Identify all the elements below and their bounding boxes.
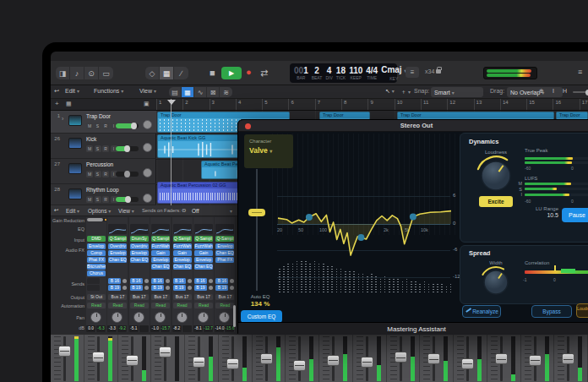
audio-fx-slot-button[interactable]: Phat FX bbox=[87, 257, 106, 263]
audio-fx-slot-button[interactable]: Gain bbox=[173, 250, 192, 256]
input-slot-button[interactable]: DMD bbox=[87, 236, 106, 242]
text-tool-icon[interactable]: Ι bbox=[553, 88, 554, 94]
lcd-display[interactable]: 001 BAR 2BEAT 4DIV 18TICK 110KEEP 4/4TIM… bbox=[290, 63, 397, 83]
fader-handle[interactable] bbox=[361, 357, 373, 368]
audio-fx-slot-button[interactable]: Chan EQ bbox=[194, 264, 213, 270]
audio-fx-slot-button[interactable]: Phat FX bbox=[215, 257, 234, 263]
audio-fx-slot-button[interactable]: Chan EQ bbox=[108, 257, 127, 263]
pan-knob[interactable] bbox=[198, 312, 209, 323]
fader-handle[interactable] bbox=[293, 360, 306, 371]
send-bus-button[interactable]: B 16 bbox=[151, 278, 164, 284]
send-knob[interactable] bbox=[209, 279, 213, 283]
eq-thumbnail[interactable] bbox=[151, 224, 170, 234]
crosshair-icon[interactable]: ⊕ bbox=[539, 88, 544, 95]
send-bus-button[interactable]: B 19 bbox=[108, 285, 121, 291]
audio-fx-slot-button[interactable]: Gain bbox=[151, 250, 170, 256]
mixer-menu-edit[interactable]: Edit ▾ bbox=[66, 208, 79, 214]
automation-mode-button[interactable]: Read bbox=[108, 303, 127, 308]
stop-button[interactable]: ■ bbox=[210, 68, 215, 78]
solo-button[interactable]: S bbox=[95, 145, 101, 152]
auto-eq-slider-handle[interactable] bbox=[248, 209, 265, 216]
audio-fx-slot-button[interactable]: Envelop bbox=[215, 243, 234, 249]
excite-button[interactable]: Excite bbox=[479, 196, 513, 207]
cycle-button[interactable]: ⇄ bbox=[260, 68, 268, 79]
catch-playhead-icon[interactable]: ↩ bbox=[54, 88, 59, 95]
output-slot-button[interactable]: Bus 17 bbox=[215, 294, 234, 300]
bypass-button[interactable]: Bypass bbox=[531, 305, 572, 318]
mixer-menu-options[interactable]: Options ▾ bbox=[88, 208, 111, 214]
audio-fx-slot-button[interactable]: Chan EQ bbox=[151, 264, 170, 270]
track-name[interactable]: Rhythm Loop bbox=[86, 187, 119, 193]
solo-button[interactable]: S bbox=[95, 123, 101, 129]
audio-fx-slot-button[interactable]: Chorus bbox=[87, 270, 106, 276]
automation-mode-button[interactable]: Read bbox=[194, 303, 213, 308]
track-header[interactable]: 28Rhythm LoopMSRI bbox=[51, 184, 156, 205]
mixer-menu-view[interactable]: View ▾ bbox=[118, 208, 134, 214]
pointer-tool-menu[interactable]: ↖ ▾ bbox=[385, 88, 395, 95]
send-knob[interactable] bbox=[188, 286, 192, 290]
audio-fx-slot-button[interactable]: Chan EQ bbox=[130, 257, 149, 263]
width-knob[interactable] bbox=[480, 265, 512, 297]
mute-button[interactable]: M bbox=[86, 196, 93, 203]
send-bus-button[interactable]: B 19 bbox=[194, 285, 207, 291]
audio-fx-slot-button[interactable]: Envelop bbox=[108, 250, 127, 256]
send-knob[interactable] bbox=[230, 286, 234, 290]
track-zoom-icon[interactable]: ▣ bbox=[144, 101, 150, 107]
mixer-icon[interactable]: ▦ bbox=[160, 67, 174, 79]
audio-fx-slot-button[interactable]: FuzzWah bbox=[173, 243, 192, 249]
output-slot-button[interactable]: Bus 17 bbox=[130, 294, 149, 300]
solo-button[interactable]: S bbox=[95, 196, 101, 203]
send-knob[interactable] bbox=[144, 286, 149, 290]
record-enable-button[interactable]: R bbox=[102, 123, 109, 129]
piano-roll-icon[interactable]: ▦ bbox=[182, 87, 194, 97]
fader-handle[interactable] bbox=[562, 353, 574, 364]
track-header[interactable]: 27PercussionMSRI bbox=[51, 159, 156, 184]
mute-button[interactable]: M bbox=[86, 123, 93, 129]
zoom-slider[interactable] bbox=[573, 91, 588, 93]
audio-fx-slot-button[interactable]: Envelop bbox=[194, 257, 213, 263]
grid-view-icon[interactable]: ▤ bbox=[169, 87, 182, 97]
loudness-compensation-button[interactable]: Loudness Compensation bbox=[576, 303, 588, 318]
track-volume-slider[interactable] bbox=[116, 197, 139, 202]
track-volume-slider[interactable] bbox=[116, 123, 139, 128]
send-bus-button[interactable]: B 16 bbox=[173, 278, 186, 284]
fader-handle[interactable] bbox=[159, 347, 172, 357]
pan-knob[interactable] bbox=[219, 312, 230, 323]
send-bus-button[interactable]: B 16 bbox=[108, 278, 121, 284]
snap-select[interactable]: Smart ▾ bbox=[431, 87, 483, 97]
display-mode-icon[interactable]: ▭ bbox=[99, 67, 113, 79]
library-icon[interactable]: ◨ bbox=[56, 67, 70, 79]
output-slot-button[interactable]: Bus 17 bbox=[173, 294, 192, 300]
audio-fx-slot-button[interactable]: Comp bbox=[87, 250, 106, 256]
eq-thumbnail[interactable] bbox=[215, 224, 234, 234]
record-enable-button[interactable]: R bbox=[102, 171, 109, 177]
track-header[interactable]: 1›Trap DoorMSRI bbox=[51, 111, 156, 134]
fader-handle[interactable] bbox=[260, 353, 273, 364]
pan-knob[interactable] bbox=[90, 312, 101, 323]
track-name[interactable]: Trap Door bbox=[86, 113, 111, 119]
eq-thumbnail[interactable] bbox=[130, 224, 149, 234]
record-enable-button[interactable]: R bbox=[102, 196, 109, 203]
input-slot-button[interactable]: Q-Sampl bbox=[215, 236, 234, 242]
fader-handle[interactable] bbox=[126, 355, 139, 366]
send-bus-button[interactable]: B 19 bbox=[130, 285, 143, 291]
power-icon[interactable]: ⊙ bbox=[182, 207, 186, 214]
menu-edit[interactable]: Edit ▾ bbox=[65, 88, 79, 94]
send-knob[interactable] bbox=[230, 279, 234, 283]
fader-handle[interactable] bbox=[529, 355, 542, 366]
send-knob[interactable] bbox=[144, 279, 149, 283]
audio-fx-slot-button[interactable]: Envelop bbox=[173, 257, 192, 263]
fader-handle[interactable] bbox=[495, 353, 508, 364]
plugin-title-bar[interactable]: Stereo Out bbox=[238, 120, 588, 132]
track-pan-knob[interactable] bbox=[143, 120, 152, 129]
loudness-knob[interactable] bbox=[476, 156, 515, 194]
record-button[interactable]: ● bbox=[246, 67, 252, 77]
audio-fx-slot-button[interactable]: FuzzWah bbox=[194, 243, 213, 249]
send-bus-button[interactable]: B 16 bbox=[215, 278, 228, 284]
fader-handle[interactable] bbox=[58, 346, 71, 357]
sends-chevron-icon[interactable]: ▾ bbox=[230, 208, 232, 214]
track-name[interactable]: Kick bbox=[86, 136, 96, 142]
pan-knob[interactable] bbox=[155, 312, 166, 323]
track-name[interactable]: Percussion bbox=[86, 161, 113, 167]
playhead-marker[interactable] bbox=[167, 100, 176, 105]
